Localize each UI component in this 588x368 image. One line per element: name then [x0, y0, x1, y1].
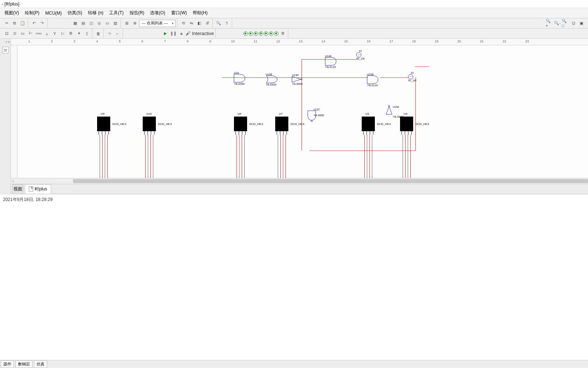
pause-icon[interactable]: ❚❚ [170, 30, 177, 37]
hex-display-U10[interactable]: U10 DCD_HEX [143, 117, 156, 135]
pane-pin-icon[interactable]: ⊣ [4, 40, 7, 44]
wire [278, 135, 278, 178]
probe-icon[interactable]: ⊙ [11, 30, 18, 37]
pane-close-icon[interactable]: × [8, 40, 10, 44]
menu-transfer[interactable]: 转移 (n) [85, 8, 106, 18]
antenna-icon[interactable]: Y [51, 30, 58, 37]
gate-ref: U13D [292, 74, 303, 76]
chip-icon[interactable]: ▯ [83, 30, 91, 37]
gate-U13D[interactable]: U13D 74LS04D [292, 74, 303, 85]
gate-U11B[interactable]: U11B 74LS32D [266, 73, 278, 86]
graph-icon[interactable]: ▭ [104, 20, 111, 27]
flip-h-icon[interactable]: ⇋ [188, 20, 195, 27]
multimeter-icon[interactable]: ⊡ [3, 30, 10, 37]
probe-v-icon[interactable] [243, 31, 248, 36]
menu-draw[interactable]: 绘制(P) [22, 8, 42, 18]
probe-d-icon[interactable] [259, 31, 263, 36]
misc-icon[interactable]: misc [35, 30, 42, 37]
ruler-tick: 1 [26, 39, 33, 43]
net-icon[interactable]: ◫ [88, 20, 95, 27]
statusbar: 2021年9月18日, 18:28:29 [0, 194, 588, 205]
wire [364, 135, 365, 178]
horizontal-scrollbar[interactable]: ‹ [11, 178, 588, 184]
hex-display-U7[interactable]: U7 DCD_HEX [275, 117, 288, 135]
wire [107, 135, 108, 178]
wire [310, 151, 415, 151]
tab-shiplus[interactable]: 时plus [25, 184, 51, 194]
gear-icon[interactable]: ⚙ [67, 30, 74, 37]
copy-icon[interactable]: ⧉ [11, 20, 18, 27]
place-icon[interactable]: ⊕ [131, 20, 138, 27]
menu-tools[interactable]: 工具(T) [106, 8, 126, 18]
menu-help[interactable]: 帮助(H) [190, 8, 211, 18]
comp-type: DCD_HEX [291, 122, 304, 126]
ruler-tick: 4 [93, 39, 101, 43]
stop-icon[interactable]: ■ [178, 30, 185, 37]
wire-icon[interactable]: ⌐ [114, 30, 121, 37]
undo-icon[interactable]: ↶ [30, 20, 38, 27]
sheet-icon[interactable]: ▦ [72, 20, 79, 27]
search-icon[interactable]: 🔍 [215, 20, 222, 27]
cut-icon[interactable]: ✂ [3, 20, 10, 27]
bottom-tab-copper[interactable]: 敷铜层 [15, 360, 32, 368]
probe-i-icon[interactable] [249, 31, 253, 36]
menu-view[interactable]: 视图(V) [1, 8, 22, 18]
cap-icon[interactable]: ⊢ [27, 30, 34, 37]
hex-display-U9[interactable]: U9 DCD_HEX [97, 117, 110, 135]
ground-icon[interactable]: ⏚ [43, 30, 50, 37]
zoom-out-icon[interactable]: 🔍- [554, 20, 561, 27]
menu-sim[interactable]: 仿真(S) [65, 8, 85, 18]
paste-icon[interactable]: 📋 [19, 20, 26, 27]
play-icon[interactable]: ▶ [162, 30, 169, 37]
flip-v-icon[interactable]: ⇵ [204, 20, 211, 27]
gate-U14A[interactable]: U14A 74LS11D [325, 55, 338, 68]
fullscreen-icon[interactable]: ▣ [578, 20, 585, 27]
bottom-tab-components[interactable]: 器件 [1, 360, 14, 368]
menu-window[interactable]: 窗口(W) [168, 8, 190, 18]
canvas-column: 1234567891011121314151617181920212223 U9… [11, 39, 588, 194]
scroll-left-icon[interactable]: ‹ [12, 179, 14, 183]
tab-view-truncated[interactable]: 视图 [12, 184, 23, 194]
inuse-combo[interactable]: --- 在用列表 --- [139, 20, 176, 27]
menu-options[interactable]: 选项(O) [147, 8, 168, 18]
gate-U15A[interactable]: U15A 74LS04D [386, 106, 392, 115]
component-icon[interactable]: ⊞ [123, 20, 130, 27]
redo-icon[interactable]: ↷ [38, 20, 46, 27]
bottom-tab-sim[interactable]: 仿真 [34, 360, 47, 368]
hex-display-U6[interactable]: U6 DCD_HEX [234, 117, 247, 135]
help-icon[interactable]: ? [223, 20, 230, 27]
scroll-thumb[interactable] [73, 179, 588, 183]
ruler-tick: 15 [342, 39, 350, 43]
diode-icon[interactable]: ▷ [59, 30, 66, 37]
grid-icon[interactable]: ▤ [80, 20, 87, 27]
zoom-area-icon[interactable]: 🔍□ [562, 20, 569, 27]
probe-gnd-icon[interactable] [274, 31, 278, 36]
trans-icon[interactable]: ✦ [75, 30, 82, 37]
junction-icon[interactable]: ⊹ [106, 30, 113, 37]
gate-U12C[interactable]: U12C 74LS00D [308, 108, 324, 117]
zoom-fit-icon[interactable]: ⊡ [570, 20, 577, 27]
wire [244, 135, 245, 178]
gate-U1A[interactable]: U1A 74LS20D [234, 72, 246, 85]
schematic-canvas[interactable]: U9 DCD_HEX U10 DCD_HEX U6 DCD_HEX [18, 45, 588, 178]
mirror-icon[interactable]: ◧ [196, 20, 203, 27]
gate-U21B[interactable]: U21B 74LS11D [367, 73, 380, 87]
scope-icon[interactable]: ◎ [96, 20, 103, 27]
comp-ref: U7 [279, 112, 283, 115]
probe-ref-icon[interactable] [264, 31, 268, 36]
probe-p-icon[interactable] [254, 31, 258, 36]
hex-display-U4[interactable]: U4 DCD_HEX [400, 117, 413, 135]
list-icon[interactable]: ▥ [112, 20, 119, 27]
hierarchy-icon[interactable]: ◳ [2, 47, 9, 53]
menu-mcu[interactable]: MCU(M) [42, 9, 65, 17]
resistor-icon[interactable]: ▭ [19, 30, 26, 37]
zoom-in-icon[interactable]: 🔍+ [546, 20, 553, 27]
wire [405, 135, 406, 178]
delete-icon[interactable]: 🗑 [95, 30, 102, 37]
menu-report[interactable]: 报告(R) [127, 8, 147, 18]
rotate-icon[interactable]: ⟲ [180, 20, 187, 27]
probe-diff-icon[interactable] [269, 31, 273, 36]
probe-settings-icon[interactable]: ⚙ [279, 30, 287, 37]
probe-X1[interactable]: X1 〰 5V_1W [356, 50, 365, 60]
hex-display-U3[interactable]: U3 DCD_HEX [362, 117, 375, 135]
